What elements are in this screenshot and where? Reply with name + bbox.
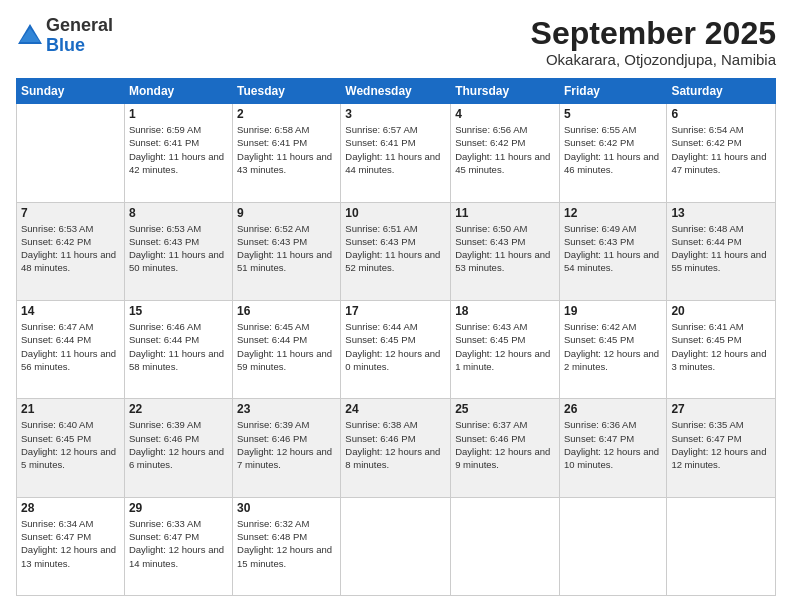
calendar-cell — [559, 497, 666, 595]
col-sunday: Sunday — [17, 79, 125, 104]
day-info: Sunrise: 6:33 AM Sunset: 6:47 PM Dayligh… — [129, 517, 228, 570]
day-info: Sunrise: 6:39 AM Sunset: 6:46 PM Dayligh… — [237, 418, 336, 471]
day-number: 11 — [455, 206, 555, 220]
day-number: 29 — [129, 501, 228, 515]
day-info: Sunrise: 6:49 AM Sunset: 6:43 PM Dayligh… — [564, 222, 662, 275]
day-number: 27 — [671, 402, 771, 416]
day-number: 10 — [345, 206, 446, 220]
calendar-cell: 6Sunrise: 6:54 AM Sunset: 6:42 PM Daylig… — [667, 104, 776, 202]
day-number: 21 — [21, 402, 120, 416]
day-info: Sunrise: 6:34 AM Sunset: 6:47 PM Dayligh… — [21, 517, 120, 570]
day-info: Sunrise: 6:40 AM Sunset: 6:45 PM Dayligh… — [21, 418, 120, 471]
day-info: Sunrise: 6:46 AM Sunset: 6:44 PM Dayligh… — [129, 320, 228, 373]
calendar-cell: 12Sunrise: 6:49 AM Sunset: 6:43 PM Dayli… — [559, 202, 666, 300]
day-info: Sunrise: 6:48 AM Sunset: 6:44 PM Dayligh… — [671, 222, 771, 275]
day-info: Sunrise: 6:56 AM Sunset: 6:42 PM Dayligh… — [455, 123, 555, 176]
calendar-cell: 4Sunrise: 6:56 AM Sunset: 6:42 PM Daylig… — [451, 104, 560, 202]
day-number: 16 — [237, 304, 336, 318]
day-info: Sunrise: 6:43 AM Sunset: 6:45 PM Dayligh… — [455, 320, 555, 373]
logo-general: General — [46, 15, 113, 35]
calendar-cell: 10Sunrise: 6:51 AM Sunset: 6:43 PM Dayli… — [341, 202, 451, 300]
logo-text: General Blue — [46, 16, 113, 56]
calendar-cell — [17, 104, 125, 202]
day-info: Sunrise: 6:35 AM Sunset: 6:47 PM Dayligh… — [671, 418, 771, 471]
day-info: Sunrise: 6:44 AM Sunset: 6:45 PM Dayligh… — [345, 320, 446, 373]
col-saturday: Saturday — [667, 79, 776, 104]
calendar-cell: 23Sunrise: 6:39 AM Sunset: 6:46 PM Dayli… — [233, 399, 341, 497]
calendar-cell: 9Sunrise: 6:52 AM Sunset: 6:43 PM Daylig… — [233, 202, 341, 300]
day-number: 19 — [564, 304, 662, 318]
day-info: Sunrise: 6:32 AM Sunset: 6:48 PM Dayligh… — [237, 517, 336, 570]
day-info: Sunrise: 6:37 AM Sunset: 6:46 PM Dayligh… — [455, 418, 555, 471]
calendar-cell: 3Sunrise: 6:57 AM Sunset: 6:41 PM Daylig… — [341, 104, 451, 202]
calendar-cell: 20Sunrise: 6:41 AM Sunset: 6:45 PM Dayli… — [667, 300, 776, 398]
calendar-cell: 2Sunrise: 6:58 AM Sunset: 6:41 PM Daylig… — [233, 104, 341, 202]
day-info: Sunrise: 6:50 AM Sunset: 6:43 PM Dayligh… — [455, 222, 555, 275]
col-friday: Friday — [559, 79, 666, 104]
day-number: 2 — [237, 107, 336, 121]
calendar-cell: 13Sunrise: 6:48 AM Sunset: 6:44 PM Dayli… — [667, 202, 776, 300]
day-info: Sunrise: 6:53 AM Sunset: 6:43 PM Dayligh… — [129, 222, 228, 275]
day-info: Sunrise: 6:54 AM Sunset: 6:42 PM Dayligh… — [671, 123, 771, 176]
calendar-week-row: 14Sunrise: 6:47 AM Sunset: 6:44 PM Dayli… — [17, 300, 776, 398]
calendar-cell: 22Sunrise: 6:39 AM Sunset: 6:46 PM Dayli… — [124, 399, 232, 497]
calendar-cell: 24Sunrise: 6:38 AM Sunset: 6:46 PM Dayli… — [341, 399, 451, 497]
day-info: Sunrise: 6:57 AM Sunset: 6:41 PM Dayligh… — [345, 123, 446, 176]
calendar-header-row: Sunday Monday Tuesday Wednesday Thursday… — [17, 79, 776, 104]
logo: General Blue — [16, 16, 113, 56]
day-info: Sunrise: 6:38 AM Sunset: 6:46 PM Dayligh… — [345, 418, 446, 471]
calendar-week-row: 21Sunrise: 6:40 AM Sunset: 6:45 PM Dayli… — [17, 399, 776, 497]
day-info: Sunrise: 6:45 AM Sunset: 6:44 PM Dayligh… — [237, 320, 336, 373]
calendar-cell: 29Sunrise: 6:33 AM Sunset: 6:47 PM Dayli… — [124, 497, 232, 595]
day-info: Sunrise: 6:39 AM Sunset: 6:46 PM Dayligh… — [129, 418, 228, 471]
calendar-cell: 25Sunrise: 6:37 AM Sunset: 6:46 PM Dayli… — [451, 399, 560, 497]
col-monday: Monday — [124, 79, 232, 104]
day-number: 14 — [21, 304, 120, 318]
day-number: 3 — [345, 107, 446, 121]
day-number: 8 — [129, 206, 228, 220]
calendar-cell: 15Sunrise: 6:46 AM Sunset: 6:44 PM Dayli… — [124, 300, 232, 398]
title-block: September 2025 Okakarara, Otjozondjupa, … — [531, 16, 776, 68]
day-number: 9 — [237, 206, 336, 220]
calendar-cell: 26Sunrise: 6:36 AM Sunset: 6:47 PM Dayli… — [559, 399, 666, 497]
calendar-week-row: 7Sunrise: 6:53 AM Sunset: 6:42 PM Daylig… — [17, 202, 776, 300]
calendar-cell: 16Sunrise: 6:45 AM Sunset: 6:44 PM Dayli… — [233, 300, 341, 398]
page: General Blue September 2025 Okakarara, O… — [0, 0, 792, 612]
calendar-cell — [341, 497, 451, 595]
day-info: Sunrise: 6:51 AM Sunset: 6:43 PM Dayligh… — [345, 222, 446, 275]
day-number: 20 — [671, 304, 771, 318]
day-number: 18 — [455, 304, 555, 318]
calendar-week-row: 1Sunrise: 6:59 AM Sunset: 6:41 PM Daylig… — [17, 104, 776, 202]
day-info: Sunrise: 6:53 AM Sunset: 6:42 PM Dayligh… — [21, 222, 120, 275]
calendar-cell: 28Sunrise: 6:34 AM Sunset: 6:47 PM Dayli… — [17, 497, 125, 595]
day-number: 1 — [129, 107, 228, 121]
day-number: 25 — [455, 402, 555, 416]
calendar-cell — [451, 497, 560, 595]
calendar-table: Sunday Monday Tuesday Wednesday Thursday… — [16, 78, 776, 596]
day-info: Sunrise: 6:58 AM Sunset: 6:41 PM Dayligh… — [237, 123, 336, 176]
day-number: 5 — [564, 107, 662, 121]
calendar-cell: 17Sunrise: 6:44 AM Sunset: 6:45 PM Dayli… — [341, 300, 451, 398]
calendar-cell — [667, 497, 776, 595]
day-number: 7 — [21, 206, 120, 220]
calendar-cell: 14Sunrise: 6:47 AM Sunset: 6:44 PM Dayli… — [17, 300, 125, 398]
day-number: 22 — [129, 402, 228, 416]
day-info: Sunrise: 6:55 AM Sunset: 6:42 PM Dayligh… — [564, 123, 662, 176]
calendar-cell: 8Sunrise: 6:53 AM Sunset: 6:43 PM Daylig… — [124, 202, 232, 300]
day-number: 4 — [455, 107, 555, 121]
day-number: 28 — [21, 501, 120, 515]
day-number: 23 — [237, 402, 336, 416]
day-info: Sunrise: 6:41 AM Sunset: 6:45 PM Dayligh… — [671, 320, 771, 373]
month-title: September 2025 — [531, 16, 776, 51]
day-number: 13 — [671, 206, 771, 220]
day-number: 24 — [345, 402, 446, 416]
calendar-cell: 1Sunrise: 6:59 AM Sunset: 6:41 PM Daylig… — [124, 104, 232, 202]
calendar-cell: 18Sunrise: 6:43 AM Sunset: 6:45 PM Dayli… — [451, 300, 560, 398]
day-info: Sunrise: 6:52 AM Sunset: 6:43 PM Dayligh… — [237, 222, 336, 275]
day-number: 6 — [671, 107, 771, 121]
location: Okakarara, Otjozondjupa, Namibia — [531, 51, 776, 68]
day-info: Sunrise: 6:36 AM Sunset: 6:47 PM Dayligh… — [564, 418, 662, 471]
logo-icon — [16, 22, 44, 50]
day-info: Sunrise: 6:59 AM Sunset: 6:41 PM Dayligh… — [129, 123, 228, 176]
calendar-cell: 7Sunrise: 6:53 AM Sunset: 6:42 PM Daylig… — [17, 202, 125, 300]
